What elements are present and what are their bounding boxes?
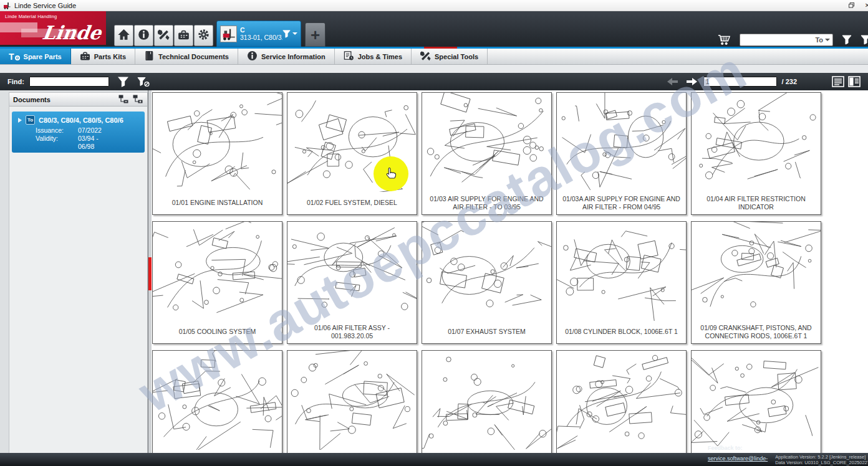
detail-view-icon[interactable] bbox=[848, 76, 861, 87]
document-card[interactable] bbox=[556, 350, 687, 453]
tab-filter-icon[interactable] bbox=[282, 30, 291, 38]
page-forward-icon[interactable] bbox=[685, 77, 698, 87]
toolbar-settings-gear-button[interactable] bbox=[194, 25, 213, 46]
hand-cursor-icon bbox=[383, 166, 398, 181]
book-icon bbox=[144, 50, 155, 62]
diagram-sketch bbox=[692, 93, 821, 192]
toolbar-gap-strip bbox=[0, 65, 868, 73]
card-caption: 01/01 ENGINE INSTALLATION bbox=[153, 192, 282, 214]
list-view-icon[interactable] bbox=[832, 76, 844, 87]
card-caption: 01/06 AIR FILTER ASSY - 001.983.20.05 bbox=[287, 321, 417, 343]
document-card[interactable] bbox=[152, 350, 282, 453]
document-card[interactable]: 01/03A AIR SUPPLY FOR ENGINE AND AIR FIL… bbox=[556, 92, 687, 215]
document-card[interactable]: 01/05 COOLING SYSTEM bbox=[152, 221, 282, 344]
tab-spare-parts[interactable]: TSpare Parts bbox=[0, 49, 71, 64]
documents-panel: Documents To C80/3, C80/4, C80/5, C80/6 … bbox=[9, 92, 148, 453]
diagram-sketch bbox=[153, 93, 282, 192]
feedback-email-link[interactable]: service.software@linde-mh.de bbox=[708, 455, 768, 466]
expand-tree-icon[interactable] bbox=[133, 95, 143, 104]
tab-label: Service Information bbox=[261, 53, 326, 60]
diagram-thumbnail bbox=[557, 351, 686, 450]
toolbar-toolbox-button[interactable] bbox=[174, 25, 193, 46]
tree-node-title: C80/3, C80/4, C80/5, C80/6 bbox=[39, 117, 123, 124]
tree-expander-icon[interactable] bbox=[18, 118, 22, 123]
page-number-input[interactable] bbox=[703, 77, 777, 87]
card-caption: 01/04 AIR FILTER RESTRICTION INDICATOR bbox=[692, 192, 821, 214]
diagram-thumbnail bbox=[287, 351, 417, 450]
tab-label: Jobs & Times bbox=[358, 53, 402, 60]
document-tab-active[interactable]: C 313-01, C80/3... bbox=[216, 21, 301, 47]
document-card[interactable]: 01/08 CYLINDER BLOCK, 1006E.6T 1 bbox=[556, 221, 687, 344]
document-tree-node-selected[interactable]: To C80/3, C80/4, C80/5, C80/6 Issuance: … bbox=[12, 112, 145, 153]
card-caption: 01/05 COOLING SYSTEM bbox=[153, 321, 282, 343]
pager: / 232 bbox=[666, 76, 861, 87]
apply-filter-icon[interactable] bbox=[118, 77, 128, 87]
diagram-sketch bbox=[692, 351, 821, 450]
tab-label: Spare Parts bbox=[24, 53, 62, 60]
clear-filter-icon[interactable] bbox=[137, 77, 150, 87]
find-label: Find: bbox=[7, 78, 24, 85]
feedback-block: Feedback to: service.software@linde-mh.d… bbox=[708, 445, 768, 466]
document-card[interactable]: 01/04 AIR FILTER RESTRICTION INDICATOR bbox=[691, 92, 821, 215]
validity-value-line2: 06/98 bbox=[78, 143, 142, 151]
thumbnail-grid: 01/01 ENGINE INSTALLATION 01/02 FUEL SYS… bbox=[152, 92, 821, 453]
tab-technical-documents[interactable]: Technical Documents bbox=[135, 49, 238, 64]
tab-jobs-times[interactable]: Jobs & Times bbox=[335, 49, 412, 64]
toolbar-info-button[interactable] bbox=[134, 25, 153, 46]
header-right-controls: To bbox=[717, 34, 862, 46]
search-scope-selector[interactable]: To bbox=[815, 36, 832, 44]
tab-service-information[interactable]: Service Information bbox=[238, 49, 335, 64]
main-toolbar bbox=[114, 25, 213, 46]
info-icon bbox=[138, 29, 150, 43]
page-back-icon[interactable] bbox=[666, 77, 680, 87]
linde-brand-panel: Linde Material Handling Linde bbox=[0, 11, 106, 45]
restore-window-button[interactable] bbox=[843, 0, 859, 11]
document-card[interactable]: 01/02 FUEL SYSTEM, DIESEL bbox=[287, 92, 417, 215]
application-window: Linde Service Guide ✕ Linde Material Han… bbox=[0, 0, 868, 466]
document-card[interactable]: 01/09 CRANKSHAFT, PISTONS, AND CONNECTIN… bbox=[691, 221, 821, 344]
diagram-sketch bbox=[153, 351, 282, 450]
filter-icon[interactable] bbox=[842, 35, 852, 45]
header-search-input[interactable] bbox=[740, 36, 815, 44]
find-input[interactable] bbox=[29, 77, 109, 87]
diagram-sketch bbox=[422, 351, 551, 450]
document-card[interactable] bbox=[691, 350, 821, 453]
feedback-label: Feedback to: bbox=[708, 445, 768, 452]
diagram-sketch bbox=[287, 351, 417, 450]
page-total: / 232 bbox=[782, 78, 797, 85]
diagram-thumbnail bbox=[557, 93, 686, 192]
document-card[interactable]: 01/03 AIR SUPPLY FOR ENGINE AND AIR FILT… bbox=[422, 92, 552, 215]
brand-company-text: Linde Material Handling bbox=[5, 14, 57, 19]
toolbar-home-button[interactable] bbox=[114, 25, 133, 46]
diagram-sketch bbox=[153, 222, 282, 321]
close-window-button[interactable]: ✕ bbox=[859, 0, 868, 11]
settings-gear-icon bbox=[198, 29, 210, 43]
tab-dropdown-caret[interactable] bbox=[292, 32, 297, 35]
sidebar: Documents To C80/3, C80/4, C80/5, C80/6 … bbox=[0, 90, 148, 453]
add-tab-button[interactable]: + bbox=[305, 22, 326, 47]
view-buttons bbox=[832, 76, 861, 87]
validity-value-line1: 03/94 - bbox=[78, 135, 142, 143]
diagram-sketch bbox=[557, 93, 686, 192]
document-card[interactable]: 01/01 ENGINE INSTALLATION bbox=[152, 92, 282, 215]
info-icon bbox=[247, 50, 258, 62]
diagram-thumbnail bbox=[422, 93, 551, 192]
filter-icon-edge[interactable] bbox=[861, 35, 868, 45]
cart-icon[interactable] bbox=[717, 34, 731, 46]
doc-tab-line2: 313-01, C80/3... bbox=[240, 34, 282, 41]
diagram-sketch bbox=[422, 222, 551, 321]
card-caption: 01/02 FUEL SYSTEM, DIESEL bbox=[287, 192, 417, 214]
validity-label: Validity: bbox=[36, 135, 78, 143]
issuance-label: Issuance: bbox=[36, 126, 78, 135]
card-caption: 01/08 CYLINDER BLOCK, 1006E.6T 1 bbox=[557, 321, 686, 343]
document-card[interactable] bbox=[287, 350, 417, 453]
jobs-icon bbox=[344, 50, 354, 62]
tab-parts-kits[interactable]: Parts Kits bbox=[71, 49, 135, 64]
document-card[interactable]: 01/06 AIR FILTER ASSY - 001.983.20.05 bbox=[287, 221, 417, 344]
toolbar-tools-button[interactable] bbox=[154, 25, 173, 46]
tab-special-tools[interactable]: Special Tools bbox=[412, 49, 488, 64]
document-card[interactable]: 01/07 EXHAUST SYSTEM bbox=[422, 221, 552, 344]
document-card[interactable] bbox=[422, 350, 552, 453]
search-scope-value: To bbox=[815, 36, 823, 44]
collapse-tree-icon[interactable] bbox=[118, 95, 129, 104]
